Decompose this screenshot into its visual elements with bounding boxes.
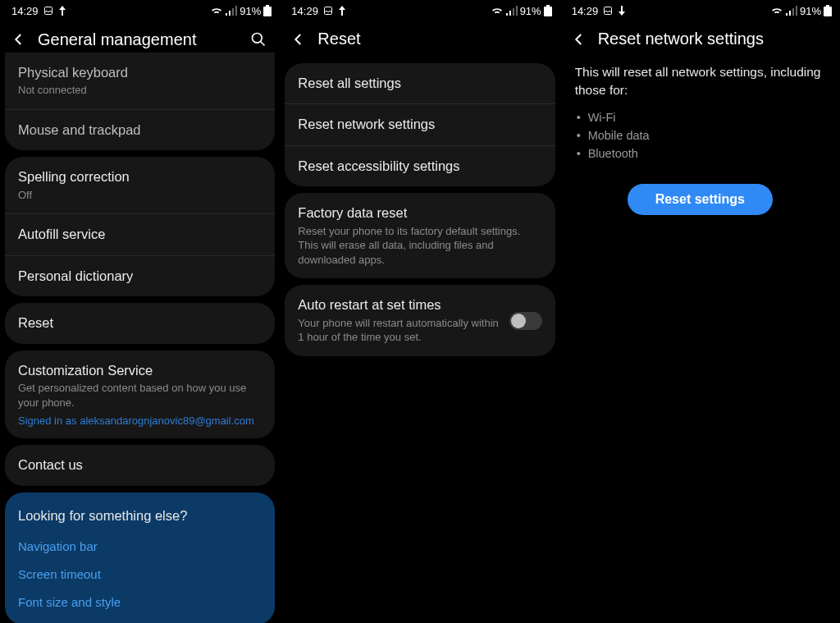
svg-point-7: [253, 34, 262, 44]
row-title: Spelling correction: [18, 168, 262, 186]
row-subtitle: Not connected: [18, 83, 262, 98]
row-reset-all-settings[interactable]: Reset all settings: [285, 63, 555, 104]
card-input-devices: Physical keyboard Not connected Mouse an…: [5, 53, 275, 150]
signed-in-link[interactable]: Signed in as aleksandarognjanovic89@gmai…: [18, 415, 262, 427]
back-button[interactable]: [11, 32, 26, 47]
svg-rect-6: [263, 7, 272, 16]
row-title: Contact us: [18, 456, 262, 474]
svg-rect-17: [789, 11, 791, 16]
row-factory-data-reset[interactable]: Factory data reset Reset your phone to i…: [285, 193, 555, 278]
svg-rect-14: [544, 7, 552, 16]
battery-icon: [544, 5, 552, 16]
header: Reset: [280, 21, 559, 58]
screen-general-management: 14:29 91% General management Physical ke…: [0, 0, 280, 623]
status-bar: 14:29 91%: [560, 0, 840, 21]
row-title: Physical keyboard: [18, 64, 262, 81]
bullet-wifi: Wi-Fi: [588, 108, 840, 126]
wifi-icon: [210, 6, 223, 16]
image-icon: [603, 6, 613, 16]
image-icon: [323, 6, 333, 16]
status-time: 14:29: [291, 5, 318, 17]
svg-rect-16: [786, 13, 788, 16]
page-title: Reset network settings: [598, 30, 829, 48]
card-auto-restart: Auto restart at set times Your phone wil…: [285, 285, 555, 356]
row-reset-accessibility-settings[interactable]: Reset accessibility settings: [285, 146, 555, 186]
row-title: Reset accessibility settings: [298, 158, 541, 175]
battery-icon: [824, 5, 832, 16]
row-title: Looking for something else?: [18, 507, 262, 525]
row-reset[interactable]: Reset: [5, 303, 275, 343]
row-personal-dictionary[interactable]: Personal dictionary: [5, 256, 275, 296]
battery-icon: [263, 5, 272, 16]
wifi-icon: [770, 6, 783, 16]
row-title: Customization Service: [18, 362, 262, 379]
wifi-icon: [491, 6, 504, 16]
description-text: This will reset all network settings, in…: [560, 58, 840, 103]
svg-rect-10: [509, 11, 511, 16]
svg-rect-5: [266, 5, 269, 7]
reset-settings-button[interactable]: Reset settings: [628, 184, 773, 215]
row-reset-network-settings[interactable]: Reset network settings: [285, 104, 555, 145]
back-button[interactable]: [291, 32, 306, 47]
upload-icon: [338, 6, 346, 16]
row-physical-keyboard[interactable]: Physical keyboard Not connected: [5, 53, 275, 110]
status-time: 14:29: [11, 5, 39, 17]
battery-percent: 91%: [800, 5, 821, 17]
row-title: Mouse and trackpad: [18, 121, 262, 139]
row-title: Factory data reset: [298, 204, 541, 222]
row-mouse-trackpad[interactable]: Mouse and trackpad: [5, 110, 275, 150]
card-factory-reset: Factory data reset Reset your phone to i…: [285, 193, 555, 278]
row-customization-service[interactable]: Customization Service Get personalized c…: [5, 350, 275, 439]
card-text-input: Spelling correction Off Autofill service…: [5, 157, 275, 296]
bullet-mobile-data: Mobile data: [588, 126, 840, 144]
auto-restart-toggle[interactable]: [509, 312, 542, 330]
card-contact: Contact us: [5, 445, 275, 485]
card-looking-for-else: Looking for something else? Navigation b…: [5, 492, 275, 623]
svg-rect-20: [826, 5, 829, 7]
row-title: Auto restart at set times: [298, 296, 500, 314]
search-button[interactable]: [249, 30, 268, 49]
link-navigation-bar[interactable]: Navigation bar: [5, 533, 275, 561]
row-subtitle: Off: [18, 188, 262, 203]
status-time: 14:29: [572, 5, 599, 17]
signal-icon: [226, 6, 237, 16]
row-subtitle: Reset your phone to its factory default …: [298, 224, 541, 268]
upload-icon: [58, 6, 66, 16]
page-title: General management: [38, 30, 237, 49]
row-title: Reset all settings: [298, 75, 541, 92]
link-screen-timeout[interactable]: Screen timeout: [5, 561, 275, 589]
row-title: Personal dictionary: [18, 268, 262, 285]
svg-rect-21: [824, 7, 832, 16]
row-title: Autofill service: [18, 226, 262, 243]
status-bar: 14:29 91%: [0, 0, 280, 21]
link-label: Font size and style: [18, 595, 121, 609]
screen-reset-network-settings: 14:29 91% Reset network settings This wi…: [560, 0, 840, 623]
page-title: Reset: [317, 30, 548, 48]
battery-percent: 91%: [240, 5, 261, 17]
signal-icon: [786, 6, 797, 16]
row-autofill-service[interactable]: Autofill service: [5, 214, 275, 255]
card-customization: Customization Service Get personalized c…: [5, 350, 275, 439]
link-font-size-style[interactable]: Font size and style: [5, 589, 275, 623]
signal-icon: [506, 6, 518, 16]
link-label: Navigation bar: [18, 539, 98, 553]
row-contact-us[interactable]: Contact us: [5, 445, 275, 485]
back-button[interactable]: [572, 32, 587, 47]
card-reset-options: Reset all settings Reset network setting…: [285, 63, 555, 186]
svg-rect-2: [229, 11, 231, 16]
row-auto-restart[interactable]: Auto restart at set times Your phone wil…: [285, 285, 555, 356]
row-title: Reset network settings: [298, 116, 541, 133]
header: Reset network settings: [560, 21, 840, 58]
row-title: Reset: [18, 314, 262, 332]
svg-rect-1: [226, 13, 227, 16]
svg-rect-12: [516, 6, 518, 16]
svg-rect-0: [44, 7, 52, 15]
svg-rect-11: [513, 8, 514, 16]
download-icon: [618, 6, 626, 16]
row-subtitle: Get personalized content based on how yo…: [18, 381, 262, 410]
row-spelling-correction[interactable]: Spelling correction Off: [5, 157, 275, 214]
svg-rect-3: [232, 8, 234, 16]
svg-rect-4: [235, 6, 237, 16]
status-bar: 14:29 91%: [280, 0, 559, 21]
svg-rect-8: [324, 7, 331, 15]
